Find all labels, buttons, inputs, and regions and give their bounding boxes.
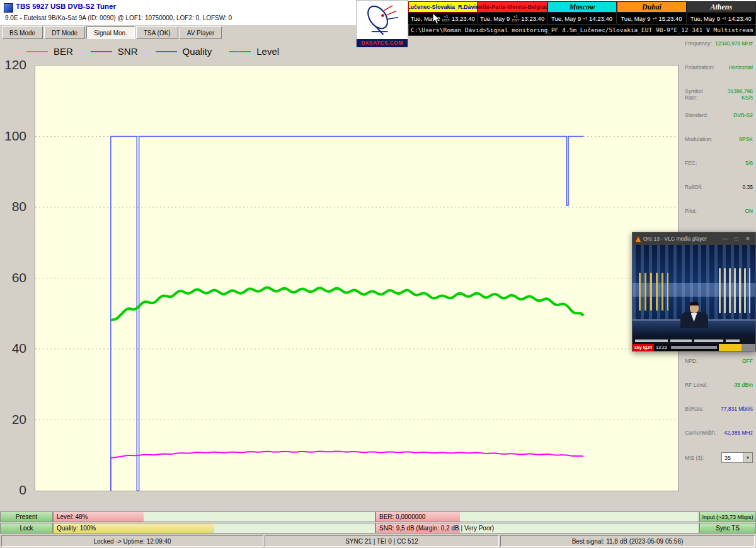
- info-row-modulation: Modulation:8PSK: [680, 134, 756, 157]
- info-row-npd: NPD:OFF: [680, 355, 756, 379]
- info-row-standard: Standard:DVB-S2: [680, 110, 756, 134]
- ticker-text-bar: [671, 346, 717, 349]
- tab-av-player[interactable]: AV Player: [180, 26, 222, 39]
- ber-label: BER: 0,0000000: [376, 513, 425, 520]
- best-signal-status: Best signal: 11,8 dB (2023-05-09 05:56): [500, 535, 755, 547]
- satellite-subtitle: 9.0E - Eutelsat 9B/Ka-Sat 9A (ID: 0090) …: [5, 14, 232, 21]
- present-indicator: Present: [0, 511, 53, 522]
- clock-city-lucenec: Lučenec-Slovakia_R.Dávid: [408, 1, 478, 13]
- clock-date: Tue, May 9: [480, 15, 510, 22]
- tab-dt-mode[interactable]: DT Mode: [44, 26, 85, 39]
- clock-time-moscow: Tue, May 9 +3 14:23:40: [547, 13, 617, 24]
- mis-value: 35: [724, 455, 731, 461]
- level-line-swatch: [229, 51, 251, 52]
- command-prompt[interactable]: C:\Users\Roman Dávid>Signal monitoring_P…: [408, 24, 756, 36]
- y-axis-label: 40: [0, 341, 26, 356]
- clock-time-athens: Tue, May 9 +3 14:23:40: [687, 13, 756, 24]
- clock-time-dubai: Tue, May 9 +4 15:23:40: [617, 13, 686, 24]
- anchor-hair: [690, 302, 699, 305]
- status-row-1: Present Level: 48% BER: 0,0000000 Input …: [0, 511, 756, 522]
- studio-graphic-right: [719, 268, 751, 313]
- window-title: TBS 5927 USB DVB-S2 Tuner: [16, 3, 116, 10]
- info-row-frequency: Frequency:12340,978 MHz: [680, 38, 756, 62]
- chevron-down-icon[interactable]: ▼: [743, 453, 752, 462]
- tab-bs-mode[interactable]: BS Mode: [2, 26, 43, 39]
- legend-label: SNR: [118, 46, 138, 57]
- clock-time-berlin: Tue, May 9 +1DST 13:23:40: [478, 13, 547, 24]
- mode-tabs: BS Mode DT Mode Signal Mon. TSA (OK) AV …: [2, 26, 222, 39]
- info-row-rf-level: RF Level:-35 dBm: [680, 379, 756, 403]
- clock-city-berlin: Berlin-Paris-Vienna-Belgrade: [478, 1, 547, 13]
- legend-label: Level: [256, 46, 279, 57]
- clock-time-lucenec: Tue, May 9 +1DST 13:23:40: [408, 13, 478, 24]
- clock-tz: +1DST: [442, 14, 450, 22]
- dxsatcs-logo: DXSATCS.COM: [356, 0, 408, 46]
- info-row-symbol-rate: Symbol Rate:31396,796 KS/s: [680, 86, 756, 110]
- satellite-dish-icon: [357, 1, 408, 39]
- legend-item-snr: SNR: [91, 46, 138, 57]
- dxsatcs-label: DXSATCS.COM: [357, 39, 408, 47]
- clock-city-dubai: Dubai: [617, 1, 686, 13]
- minimize-button[interactable]: —: [721, 236, 730, 242]
- clock-time-row: Tue, May 9 +1DST 13:23:40 Tue, May 9 +1D…: [408, 13, 756, 24]
- sync-tei-cc-status: SYNC 21 | TEI 0 | CC 512: [265, 535, 499, 547]
- y-axis-label: 20: [0, 412, 26, 427]
- uptime-status: Locked -> Uptime: 12:09:40: [1, 535, 263, 547]
- clock-date: Tue, May 9: [690, 15, 720, 22]
- ber-line-swatch: [26, 51, 48, 52]
- tab-signal-mon[interactable]: Signal Mon.: [86, 26, 135, 39]
- info-row-rolloff: RollOff:0.35: [680, 181, 756, 205]
- caption-bar: [726, 340, 740, 342]
- lock-indicator: Lock: [0, 523, 53, 534]
- info-row-fec: FEC:5/6: [680, 157, 756, 181]
- snr-label: SNR: 9,5 dB (Margin: 0,2 dB | Very Poor): [376, 525, 494, 532]
- broadcaster-logo: sky tg24: [633, 344, 654, 351]
- clock-city-row: Lučenec-Slovakia_R.Dávid Berlin-Paris-Vi…: [408, 1, 756, 13]
- mis-label: MIS (3):: [685, 455, 704, 461]
- mis-dropdown[interactable]: 35 ▼: [721, 452, 753, 463]
- info-row-polarization: Polarization:Horizontal: [680, 62, 756, 86]
- ticker-time: 13:23: [654, 345, 669, 350]
- bottom-status-bar: Locked -> Uptime: 12:09:40 SYNC 21 | TEI…: [0, 534, 756, 548]
- y-axis-label: 120: [0, 57, 26, 72]
- ticker-logo-row: sky tg24 13:23: [633, 344, 755, 351]
- ticker-highlight: [719, 344, 742, 351]
- news-ticker: sky tg24 13:23: [633, 337, 755, 351]
- clock-date: Tue, May 9: [551, 15, 581, 22]
- clock-tz: +3: [583, 16, 587, 20]
- ber-bar-rest: [460, 512, 699, 522]
- legend-label: BER: [54, 46, 73, 57]
- mis-row: MIS (3): 35 ▼: [680, 451, 756, 463]
- level-label: Level: 48%: [54, 513, 88, 520]
- close-button[interactable]: ✕: [743, 236, 752, 242]
- input-indicator: Input (~23,73 Mbps): [699, 511, 756, 522]
- vlc-window: Ore 13 - VLC media player — □ ✕: [632, 232, 756, 351]
- studio-graphic-left: [639, 273, 668, 311]
- y-axis-label: 80: [0, 199, 26, 214]
- clock-hms: 13:23:40: [521, 15, 544, 22]
- chart-legend: BER SNR Quality Level: [26, 46, 279, 57]
- clock-hms: 13:23:40: [452, 15, 475, 22]
- caption-bar: [635, 340, 668, 342]
- clock-hms: 14:23:40: [589, 15, 612, 22]
- caption-bar: [670, 340, 692, 342]
- ticker-caption-row: [633, 337, 755, 344]
- tab-tsa[interactable]: TSA (OK): [136, 26, 178, 39]
- app-icon: [4, 3, 13, 13]
- ticker-end-block: [742, 344, 755, 351]
- clock-tz: +1DST: [512, 14, 519, 22]
- info-row-bitrate: BitRate:77,831 Mbit/s: [680, 403, 756, 427]
- y-axis-label: 60: [0, 270, 26, 285]
- vlc-titlebar[interactable]: Ore 13 - VLC media player — □ ✕: [633, 232, 755, 245]
- clock-city-moscow: Moscow: [547, 1, 617, 13]
- clock-hms: 15:23:40: [658, 15, 682, 22]
- status-row-2: Lock Quality: 100% SNR: 9,5 dB (Margin: …: [0, 523, 756, 534]
- clock-tz: +4: [653, 16, 657, 20]
- maximize-button[interactable]: □: [732, 236, 741, 242]
- vlc-window-title: Ore 13 - VLC media player: [643, 236, 718, 242]
- vlc-video-area[interactable]: sky tg24 13:23: [633, 245, 755, 351]
- clock-city-athens: Athens: [687, 1, 756, 13]
- sync-ts-indicator: Sync TS: [699, 523, 756, 534]
- snr-bar-rest: [460, 523, 699, 533]
- legend-item-level: Level: [229, 46, 279, 57]
